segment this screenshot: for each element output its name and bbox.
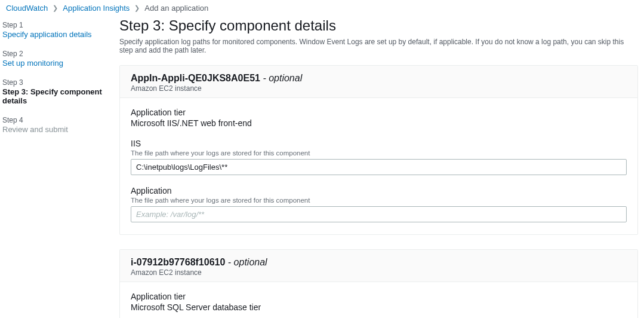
component-panel: i-07912b97768f10610 - optional Amazon EC… <box>119 249 638 318</box>
wizard-step: Step 2 Set up monitoring <box>2 50 112 68</box>
field-hint: The file path where your logs are stored… <box>131 149 627 157</box>
field-label: IIS <box>131 139 627 148</box>
page-description: Specify application log paths for monito… <box>119 38 638 54</box>
wizard-step-label: Step 3 <box>2 78 112 87</box>
breadcrumb-link-appinsights[interactable]: Application Insights <box>63 4 130 13</box>
wizard-step-future: Review and submit <box>2 125 112 134</box>
component-panel-header: AppIn-Appli-QE0JKS8A0E51 - optional Amaz… <box>120 66 637 98</box>
log-path-input-application[interactable] <box>131 206 627 222</box>
log-path-field: Application The file path where your log… <box>131 186 627 222</box>
component-panel: AppIn-Appli-QE0JKS8A0E51 - optional Amaz… <box>119 65 638 235</box>
log-path-field: IIS The file path where your logs are st… <box>131 139 627 175</box>
wizard-steps-sidebar: Step 1 Specify application details Step … <box>0 16 119 318</box>
component-title: AppIn-Appli-QE0JKS8A0E51 - optional <box>131 73 627 84</box>
tier-value: Microsoft IIS/.NET web front-end <box>131 118 627 128</box>
field-label: Application tier <box>131 292 627 301</box>
component-name: i-07912b97768f10610 <box>131 257 225 267</box>
wizard-step-label: Step 4 <box>2 116 112 124</box>
wizard-step: Step 1 Specify application details <box>2 21 112 39</box>
optional-suffix: - optional <box>260 73 302 83</box>
component-name: AppIn-Appli-QE0JKS8A0E51 <box>131 73 260 83</box>
log-path-input-iis[interactable] <box>131 159 627 175</box>
component-subtype: Amazon EC2 instance <box>131 84 627 93</box>
field-hint: The file path where your logs are stored… <box>131 197 627 204</box>
component-title: i-07912b97768f10610 - optional <box>131 257 627 268</box>
field-label: Application <box>131 186 627 195</box>
wizard-step-current: Step 3: Specify component details <box>2 87 112 105</box>
component-panel-header: i-07912b97768f10610 - optional Amazon EC… <box>120 250 637 282</box>
component-panel-body: Application tier Microsoft SQL Server da… <box>120 282 637 318</box>
breadcrumb: CloudWatch ❯ Application Insights ❯ Add … <box>0 0 644 16</box>
wizard-step: Step 3 Step 3: Specify component details <box>2 78 112 105</box>
main-content: Step 3: Specify component details Specif… <box>119 16 644 318</box>
optional-suffix: - optional <box>225 257 267 267</box>
component-subtype: Amazon EC2 instance <box>131 268 627 277</box>
page-title: Step 3: Specify component details <box>119 17 638 34</box>
breadcrumb-current: Add an application <box>144 4 208 13</box>
chevron-right-icon: ❯ <box>134 4 140 12</box>
field-label: Application tier <box>131 108 627 117</box>
wizard-step-link[interactable]: Set up monitoring <box>2 59 112 68</box>
wizard-step: Step 4 Review and submit <box>2 116 112 134</box>
chevron-right-icon: ❯ <box>53 4 58 12</box>
wizard-step-label: Step 1 <box>2 21 112 29</box>
breadcrumb-link-cloudwatch[interactable]: CloudWatch <box>6 4 48 13</box>
application-tier-field: Application tier Microsoft IIS/.NET web … <box>131 108 627 128</box>
component-panel-body: Application tier Microsoft IIS/.NET web … <box>120 98 637 234</box>
wizard-step-label: Step 2 <box>2 50 112 58</box>
application-tier-field: Application tier Microsoft SQL Server da… <box>131 292 627 312</box>
wizard-step-link[interactable]: Specify application details <box>2 30 112 39</box>
tier-value: Microsoft SQL Server database tier <box>131 302 627 312</box>
